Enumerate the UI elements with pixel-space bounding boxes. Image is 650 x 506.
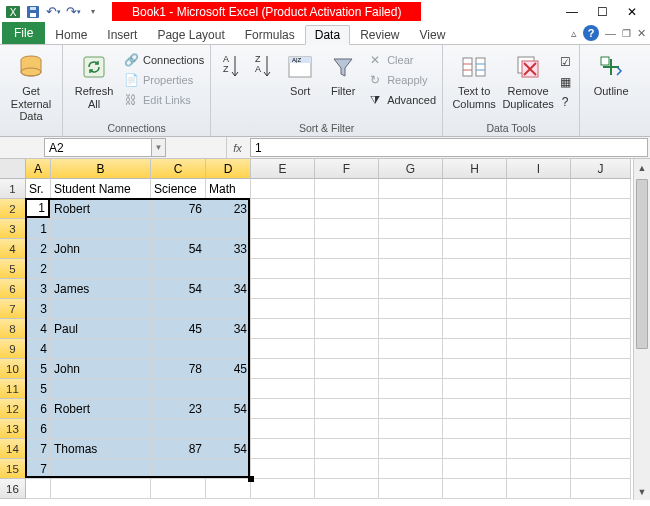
row-header-11[interactable]: 11: [0, 379, 26, 399]
cell-I12[interactable]: [507, 399, 571, 419]
cell-J8[interactable]: [571, 319, 631, 339]
cell-I1[interactable]: [507, 179, 571, 199]
cell-C14[interactable]: 87: [151, 439, 206, 459]
row-header-15[interactable]: 15: [0, 459, 26, 479]
cell-B9[interactable]: [51, 339, 151, 359]
cell-D11[interactable]: [206, 379, 251, 399]
cell-I2[interactable]: [507, 199, 571, 219]
col-header-E[interactable]: E: [251, 159, 315, 179]
col-header-C[interactable]: C: [151, 159, 206, 179]
cell-B7[interactable]: [51, 299, 151, 319]
cell-B6[interactable]: James: [51, 279, 151, 299]
cell-B12[interactable]: Robert: [51, 399, 151, 419]
col-header-B[interactable]: B: [51, 159, 151, 179]
cell-B14[interactable]: Thomas: [51, 439, 151, 459]
cell-D5[interactable]: [206, 259, 251, 279]
cell-E1[interactable]: [251, 179, 315, 199]
cell-E7[interactable]: [251, 299, 315, 319]
cell-G10[interactable]: [379, 359, 443, 379]
col-header-A[interactable]: A: [26, 159, 51, 179]
cell-J16[interactable]: [571, 479, 631, 499]
cell-J14[interactable]: [571, 439, 631, 459]
fill-handle[interactable]: [248, 476, 254, 482]
cell-F14[interactable]: [315, 439, 379, 459]
col-header-H[interactable]: H: [443, 159, 507, 179]
cell-C4[interactable]: 54: [151, 239, 206, 259]
cell-F10[interactable]: [315, 359, 379, 379]
col-header-D[interactable]: D: [206, 159, 251, 179]
cell-F3[interactable]: [315, 219, 379, 239]
cell-E12[interactable]: [251, 399, 315, 419]
fx-icon[interactable]: fx: [226, 137, 248, 158]
cell-E6[interactable]: [251, 279, 315, 299]
cell-A5[interactable]: 2: [26, 259, 51, 279]
tab-insert[interactable]: Insert: [97, 24, 147, 44]
vertical-scrollbar[interactable]: ▲ ▼: [633, 159, 650, 500]
cell-A16[interactable]: [26, 479, 51, 499]
cell-C1[interactable]: Science: [151, 179, 206, 199]
sort-button[interactable]: A|Z Sort: [281, 47, 319, 98]
col-header-G[interactable]: G: [379, 159, 443, 179]
save-icon[interactable]: [24, 3, 42, 21]
workbook-close-icon[interactable]: ✕: [637, 27, 646, 40]
redo-icon[interactable]: ↷▾: [64, 3, 82, 21]
cell-J11[interactable]: [571, 379, 631, 399]
close-button[interactable]: ✕: [618, 2, 646, 22]
cell-H5[interactable]: [443, 259, 507, 279]
cell-A11[interactable]: 5: [26, 379, 51, 399]
cell-E2[interactable]: [251, 199, 315, 219]
qat-customize-icon[interactable]: ▾: [84, 3, 102, 21]
cell-D14[interactable]: 54: [206, 439, 251, 459]
sort-asc-button[interactable]: AZ: [217, 47, 245, 83]
row-header-2[interactable]: 2: [0, 199, 26, 219]
cell-D3[interactable]: [206, 219, 251, 239]
row-headers[interactable]: 12345678910111213141516: [0, 179, 26, 499]
cell-J4[interactable]: [571, 239, 631, 259]
cells-area[interactable]: Sr.Student NameScienceMath1Robert762312J…: [26, 179, 631, 499]
cell-E10[interactable]: [251, 359, 315, 379]
cell-F7[interactable]: [315, 299, 379, 319]
minimize-button[interactable]: —: [558, 2, 586, 22]
row-header-10[interactable]: 10: [0, 359, 26, 379]
cell-G12[interactable]: [379, 399, 443, 419]
tab-home[interactable]: Home: [45, 24, 97, 44]
cell-D13[interactable]: [206, 419, 251, 439]
cell-I4[interactable]: [507, 239, 571, 259]
cell-A12[interactable]: 6: [26, 399, 51, 419]
cell-I13[interactable]: [507, 419, 571, 439]
connections-button[interactable]: 🔗Connections: [123, 51, 204, 69]
cell-A8[interactable]: 4: [26, 319, 51, 339]
cell-B8[interactable]: Paul: [51, 319, 151, 339]
row-header-1[interactable]: 1: [0, 179, 26, 199]
cell-J13[interactable]: [571, 419, 631, 439]
cell-C9[interactable]: [151, 339, 206, 359]
row-header-7[interactable]: 7: [0, 299, 26, 319]
cell-B15[interactable]: [51, 459, 151, 479]
cell-D6[interactable]: 34: [206, 279, 251, 299]
row-header-12[interactable]: 12: [0, 399, 26, 419]
cell-E8[interactable]: [251, 319, 315, 339]
cell-G14[interactable]: [379, 439, 443, 459]
cell-J2[interactable]: [571, 199, 631, 219]
text-to-columns-button[interactable]: Text to Columns: [449, 47, 499, 110]
cell-H15[interactable]: [443, 459, 507, 479]
remove-duplicates-button[interactable]: Remove Duplicates: [503, 47, 553, 110]
cell-H16[interactable]: [443, 479, 507, 499]
maximize-button[interactable]: ☐: [588, 2, 616, 22]
cell-H12[interactable]: [443, 399, 507, 419]
cell-E9[interactable]: [251, 339, 315, 359]
cell-G5[interactable]: [379, 259, 443, 279]
cell-C13[interactable]: [151, 419, 206, 439]
cell-G7[interactable]: [379, 299, 443, 319]
cell-G16[interactable]: [379, 479, 443, 499]
cell-F15[interactable]: [315, 459, 379, 479]
help-icon[interactable]: ?: [583, 25, 599, 41]
cell-H3[interactable]: [443, 219, 507, 239]
tab-formulas[interactable]: Formulas: [235, 24, 305, 44]
cell-I7[interactable]: [507, 299, 571, 319]
scroll-up-icon[interactable]: ▲: [634, 159, 650, 176]
tab-view[interactable]: View: [410, 24, 456, 44]
cell-D7[interactable]: [206, 299, 251, 319]
cell-J10[interactable]: [571, 359, 631, 379]
cell-A14[interactable]: 7: [26, 439, 51, 459]
